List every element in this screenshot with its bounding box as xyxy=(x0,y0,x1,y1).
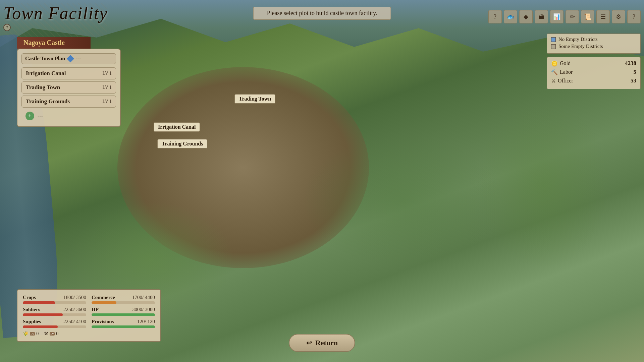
title-area: Town Facility ? xyxy=(3,3,108,31)
title-help-button[interactable]: ? xyxy=(3,24,11,31)
plan-dashes: --- xyxy=(76,56,81,62)
stat-block-soldiers: Soldiers 2250/ 3600 xyxy=(23,307,86,316)
provisions-label: Provisions xyxy=(92,319,114,324)
training-grounds-label: Training Grounds xyxy=(162,141,203,146)
gold-icon: 🪙 xyxy=(551,60,558,67)
gold-value: 4238 xyxy=(625,60,636,67)
scroll-icon[interactable]: 📜 xyxy=(581,10,594,23)
bottom-icon-1: 🌾 xyxy=(23,331,29,337)
map-icon[interactable]: 🏔 xyxy=(535,10,548,23)
hp-progress-bar xyxy=(92,313,155,316)
commerce-progress-fill xyxy=(92,301,116,304)
bottom-stats-grid: Crops 1800/ 3500 Commerce 1700/ 4400 xyxy=(23,295,155,328)
right-panel: No Empty Districts Some Empty Districts … xyxy=(547,34,641,89)
left-panel: Castle Town Plan --- Irrigation Canal LV… xyxy=(17,49,121,127)
icon2-value: 0 xyxy=(56,331,58,337)
officer-value: 53 xyxy=(631,77,636,84)
facility-level-irrigation: LV 1 xyxy=(102,71,112,76)
crops-progress-bar xyxy=(23,301,86,304)
fish-icon[interactable]: 🐟 xyxy=(504,10,517,23)
officer-label: Officer xyxy=(558,78,573,84)
bottom-stats-panel: Crops 1800/ 3500 Commerce 1700/ 4400 xyxy=(17,289,161,342)
facility-name-irrigation: Irrigation Canal xyxy=(26,70,66,77)
labor-value: 5 xyxy=(634,69,637,75)
hp-progress-fill xyxy=(92,313,155,316)
crops-values: 1800/ 3500 xyxy=(63,295,86,300)
stat-row-labor: 🔨 Labor 5 xyxy=(551,69,636,75)
stat-block-hp: HP 3000/ 3000 xyxy=(92,307,155,316)
stat-block-commerce: Commerce 1700/ 4400 xyxy=(92,295,155,304)
menu-icon[interactable]: ☰ xyxy=(596,10,610,23)
soldiers-progress-fill xyxy=(23,313,63,316)
crops-label: Crops xyxy=(23,295,36,300)
return-button[interactable]: ↩ Return xyxy=(289,334,355,352)
help-icon[interactable]: ? xyxy=(488,10,502,23)
icon1-value: 0 xyxy=(36,331,39,337)
gold-label: Gold xyxy=(560,60,571,66)
page-title: Town Facility xyxy=(3,3,108,23)
hp-label: HP xyxy=(92,307,99,312)
castle-name: Nagoya Castle xyxy=(23,39,65,46)
stat-block-crops: Crops 1800/ 3500 xyxy=(23,295,86,304)
return-button-label: Return xyxy=(315,339,338,347)
castle-town-plan-row[interactable]: Castle Town Plan --- xyxy=(21,53,116,64)
castle-name-bar: Nagoya Castle xyxy=(17,37,91,49)
add-dashes: --- xyxy=(38,113,43,119)
hp-values: 3000/ 3000 xyxy=(132,307,155,312)
add-facility-button[interactable]: + xyxy=(25,112,34,120)
labor-icon: 🔨 xyxy=(551,69,558,75)
trading-town-label: Trading Town xyxy=(239,96,271,102)
soldiers-label: Soldiers xyxy=(23,307,40,312)
stat-block-supplies: Supplies 2250/ 4100 xyxy=(23,319,86,328)
legend-item-some-empty: Some Empty Districts xyxy=(551,44,636,49)
crops-progress-fill xyxy=(23,301,55,304)
icon1-level-badge: LV xyxy=(30,332,35,336)
legend-item-no-empty: No Empty Districts xyxy=(551,37,636,42)
top-icon-bar: ? 🐟 ◆ 🏔 📊 ✏ 📜 ☰ ⚙ ? xyxy=(488,10,641,23)
stats-area: 🪙 Gold 4238 🔨 Labor 5 ⚔ Officer 53 xyxy=(547,57,641,89)
legend-box-gray xyxy=(551,44,556,49)
bottom-icon-2: ⚒ xyxy=(44,331,48,337)
diamond-nav-icon[interactable]: ◆ xyxy=(519,10,533,23)
commerce-progress-bar xyxy=(92,301,155,304)
provisions-progress-fill xyxy=(92,325,155,328)
return-arrow-icon: ↩ xyxy=(306,339,312,347)
icon2-level-badge: LV xyxy=(50,332,55,336)
legend-box-blue xyxy=(551,37,556,42)
soldiers-progress-bar xyxy=(23,313,86,316)
edit-icon[interactable]: ✏ xyxy=(566,10,579,23)
supplies-progress-bar xyxy=(23,325,86,328)
irrigation-canal-label: Irrigation Canal xyxy=(158,124,196,130)
map-label-irrigation-canal: Irrigation Canal xyxy=(154,122,200,132)
facility-row-irrigation[interactable]: Irrigation Canal LV 1 xyxy=(21,67,116,79)
settings-icon[interactable]: ⚙ xyxy=(612,10,625,23)
plan-diamond-icon xyxy=(67,55,74,63)
info-icon[interactable]: ? xyxy=(627,10,641,23)
provisions-values: 120/ 120 xyxy=(137,319,155,324)
bottom-icon-row: 🌾 LV 0 ⚒ LV 0 xyxy=(23,331,155,337)
officer-icon: ⚔ xyxy=(551,78,556,84)
facility-name-training: Training Grounds xyxy=(26,98,70,105)
castle-town-plan-label: Castle Town Plan xyxy=(25,56,65,62)
bottom-icon-item-1: 🌾 LV 0 xyxy=(23,331,39,337)
soldiers-values: 2250/ 3600 xyxy=(63,307,86,312)
supplies-values: 2250/ 4100 xyxy=(63,319,86,324)
map-label-trading-town: Trading Town xyxy=(234,94,275,104)
facility-name-trading: Trading Town xyxy=(26,84,60,91)
commerce-values: 1700/ 4400 xyxy=(132,295,155,300)
provisions-progress-bar xyxy=(92,325,155,328)
stat-row-officer: ⚔ Officer 53 xyxy=(551,77,636,84)
map-label-training-grounds: Training Grounds xyxy=(157,139,207,148)
chart-icon[interactable]: 📊 xyxy=(550,10,564,23)
legend-label-no-empty: No Empty Districts xyxy=(558,37,598,42)
legend-label-some-empty: Some Empty Districts xyxy=(558,44,603,49)
labor-label: Labor xyxy=(560,69,573,75)
add-facility-row: + --- xyxy=(21,110,116,122)
notification-text: Please select plot to build castle town … xyxy=(267,10,377,16)
bottom-icon-item-2: ⚒ LV 0 xyxy=(44,331,58,337)
facility-level-training: LV 1 xyxy=(102,99,112,104)
legend-area: No Empty Districts Some Empty Districts xyxy=(547,34,641,54)
facility-row-trading[interactable]: Trading Town LV 1 xyxy=(21,81,116,94)
facility-row-training[interactable]: Training Grounds LV 1 xyxy=(21,96,116,108)
notification-bar: Please select plot to build castle town … xyxy=(253,7,391,20)
